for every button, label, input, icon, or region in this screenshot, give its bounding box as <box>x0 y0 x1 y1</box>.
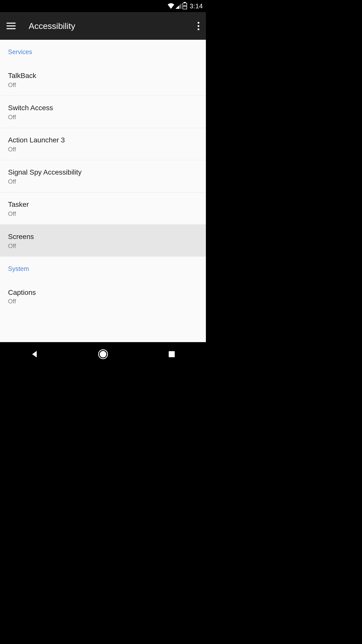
wifi-icon <box>167 3 174 9</box>
list-item-subtitle: Off <box>8 298 198 305</box>
list-item-title: TalkBack <box>8 71 198 80</box>
svg-rect-2 <box>169 351 175 357</box>
list-item-subtitle: Off <box>8 210 198 217</box>
list-item-title: Signal Spy Accessibility <box>8 168 198 177</box>
system-item-captions[interactable]: Captions Off <box>0 280 206 307</box>
list-item-title: Action Launcher 3 <box>8 136 198 144</box>
list-item-title: Switch Access <box>8 103 198 112</box>
overflow-menu-icon[interactable] <box>194 22 203 30</box>
list-item-subtitle: Off <box>8 243 198 250</box>
battery-icon: 85 <box>183 3 187 9</box>
section-header-system: System <box>0 257 206 280</box>
page-title: Accessibility <box>29 21 194 31</box>
service-item-switch-access[interactable]: Switch Access Off <box>0 96 206 128</box>
svg-point-1 <box>100 351 106 357</box>
service-item-action-launcher-3[interactable]: Action Launcher 3 Off <box>0 128 206 160</box>
cellular-signal-icon <box>175 3 182 9</box>
service-item-talkback[interactable]: TalkBack Off <box>0 64 206 96</box>
list-item-title: Captions <box>8 288 198 297</box>
navigation-bar <box>0 342 206 366</box>
nav-back-button[interactable] <box>25 345 43 363</box>
status-bar: 85 3:14 <box>0 0 206 12</box>
nav-recent-button[interactable] <box>163 345 181 363</box>
nav-home-button[interactable] <box>94 345 112 363</box>
service-item-tasker[interactable]: Tasker Off <box>0 192 206 225</box>
list-item-title: Tasker <box>8 200 198 209</box>
list-item-subtitle: Off <box>8 178 198 185</box>
status-time: 3:14 <box>190 2 203 10</box>
app-bar: Accessibility <box>0 12 206 40</box>
list-item-subtitle: Off <box>8 114 198 121</box>
list-item-subtitle: Off <box>8 82 198 89</box>
service-item-signal-spy-accessibility[interactable]: Signal Spy Accessibility Off <box>0 160 206 192</box>
settings-content: Services TalkBack Off Switch Access Off … <box>0 40 206 342</box>
list-item-title: Screens <box>8 232 198 241</box>
hamburger-menu-icon[interactable] <box>7 23 18 29</box>
list-item-subtitle: Off <box>8 146 198 153</box>
section-header-services: Services <box>0 40 206 64</box>
battery-percent: 85 <box>183 5 186 8</box>
service-item-screens[interactable]: Screens Off <box>0 225 206 257</box>
